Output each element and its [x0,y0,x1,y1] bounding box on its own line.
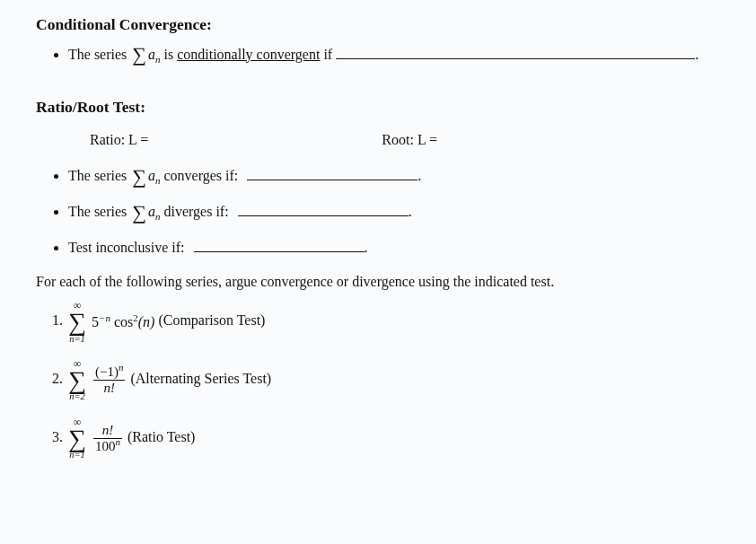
ratio-label: Ratio: L = [90,130,148,150]
text-diverges-if: diverges if: [164,204,229,219]
underlined-cond-conv: conditionally convergent [177,47,320,62]
text-converges-if: converges if: [164,168,239,183]
problem-1: ∞ ∑ n=1 5−n cos2(n) (Comparison Test) [66,300,720,344]
text-inconclusive: Test inconclusive if: [68,240,185,255]
intro-text: For each of the following series, argue … [36,272,720,292]
problem-list: ∞ ∑ n=1 5−n cos2(n) (Comparison Test) ∞ … [36,300,720,460]
problem-3: ∞ ∑ n=1 n! 100n (Ratio Test) [66,417,720,461]
ratio-root-bullets: The series ∑an converges if: . The serie… [36,166,720,258]
fraction-3: n! 100n [93,424,122,453]
paren-n: (n) [138,314,155,329]
num-exp-n: n [119,362,124,373]
conditional-bullet: The series ∑ an is conditionally converg… [68,45,720,66]
den-100: 100 [95,439,116,453]
root-label: Root: L = [382,130,437,150]
den-exp-n: n [115,436,120,447]
cos-text: cos [110,314,133,329]
problem-2: ∞ ∑ n=2 (−1)n n! (Alternating Series Tes… [66,358,720,402]
fill-blank-converges[interactable] [247,167,418,180]
sigma-icon: ∞ ∑ n=1 [68,300,86,344]
num-neg1: (−1) [95,364,119,379]
text-is: is [164,47,174,62]
ratio-label-text: Ratio: L = [90,132,148,147]
bullet-diverges: The series ∑an diverges if: . [68,202,720,224]
conditional-bullets: The series ∑ an is conditionally converg… [36,45,720,66]
base-5: 5 [92,314,99,329]
ratio-root-row: Ratio: L = Root: L = [90,130,720,150]
fill-blank-inconclusive[interactable] [194,239,365,252]
fill-blank-long[interactable] [336,45,695,58]
text-the-series-3: The series [68,204,127,219]
text-the-series-2: The series [68,168,127,183]
text-if: if [323,47,332,62]
sum-lower: n=2 [68,392,86,402]
test-label-2: (Alternating Series Test) [130,371,271,386]
fraction-2: (−1)n n! [93,365,125,395]
sigma-icon: ∞ ∑ n=2 [68,358,86,402]
document-page: Conditional Convergence: The series ∑ an… [0,0,756,492]
sum-lower: n=1 [68,451,86,461]
exp-neg-n: −n [99,312,110,323]
sigma-icon: ∑ [132,203,146,224]
sigma-icon: ∑ [132,167,146,189]
fill-blank-diverges[interactable] [238,203,409,216]
sum-lower: n=1 [68,335,86,345]
root-label-text: Root: L = [382,132,437,147]
heading-conditional-convergence: Conditional Convergence: [36,14,720,36]
term-an: an [148,204,161,219]
sigma-icon: ∞ ∑ n=1 [68,417,86,461]
heading-ratio-root: Ratio/Root Test: [36,97,720,118]
test-label-3: (Ratio Test) [127,429,195,444]
text-the-series: The series [68,47,127,62]
term-an: an [148,168,161,183]
bullet-converges: The series ∑an converges if: . [68,166,720,188]
den-nfact: n! [93,381,125,395]
sigma-icon: ∑ [132,45,146,66]
term-an: an [148,47,161,62]
summand-1: 5−n cos2(n) [92,312,154,332]
test-label-1: (Comparison Test) [158,312,265,328]
bullet-inconclusive: Test inconclusive if: . [68,238,720,258]
